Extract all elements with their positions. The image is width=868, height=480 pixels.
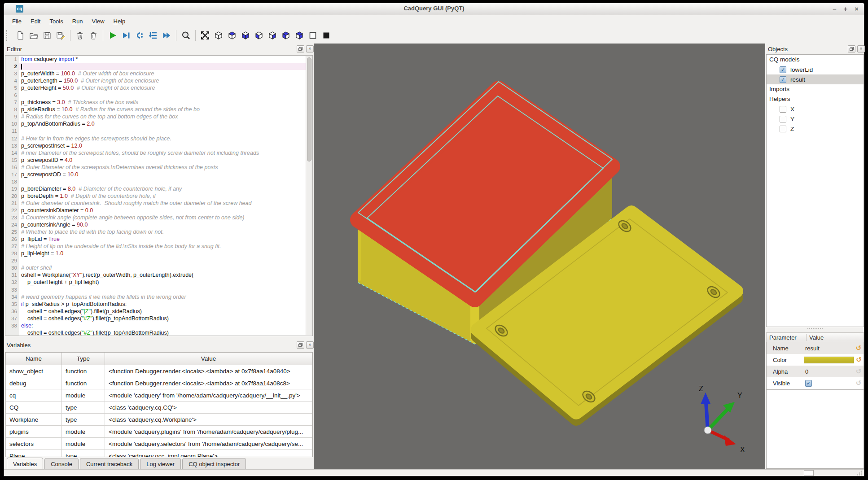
code-line[interactable]: 6: [5, 92, 312, 99]
search-icon[interactable]: [180, 30, 192, 41]
code-line[interactable]: 10p_topAndBottomRadius = 2.0: [5, 120, 312, 127]
tab-variables[interactable]: Variables: [7, 458, 43, 471]
view-iso-icon[interactable]: [213, 30, 224, 41]
tab-log-viewer[interactable]: Log viewer: [140, 458, 181, 471]
menu-run[interactable]: Run: [68, 16, 88, 26]
table-row[interactable]: debugfunction<function Debugger.render.<…: [6, 377, 312, 389]
new-file-icon[interactable]: [14, 30, 26, 41]
editor-scrollbar[interactable]: [306, 56, 312, 335]
view-top-icon[interactable]: [226, 30, 238, 41]
minimize-button[interactable]: –: [833, 4, 836, 14]
view-left-icon[interactable]: [280, 30, 292, 41]
column-header-value[interactable]: Value: [105, 353, 312, 365]
code-line[interactable]: 25# Whether to place the lid with the to…: [5, 228, 312, 236]
table-row[interactable]: show_objectfunction<function Debugger.re…: [6, 365, 312, 377]
view-right-icon[interactable]: [294, 30, 305, 41]
code-line[interactable]: 11: [5, 127, 312, 135]
tab-cq-object-inspector[interactable]: CQ object inspector: [182, 458, 246, 471]
table-row[interactable]: Workplanetype<class 'cadquery.cq.Workpla…: [6, 414, 312, 426]
float-icon[interactable]: [848, 45, 855, 52]
code-line[interactable]: oshell = oshell.edges("#Z").fillet(p_top…: [5, 329, 312, 336]
tab-current-traceback[interactable]: Current traceback: [80, 458, 139, 471]
code-line[interactable]: 1from cadquery import *: [5, 56, 312, 63]
save-icon[interactable]: [41, 30, 53, 41]
code-line[interactable]: 14# nner Diameter of the screwpost holes…: [5, 149, 312, 157]
code-line[interactable]: 15p_screwpostID = 4.0: [5, 157, 312, 164]
code-line[interactable]: 24p_countersinkAngle = 90.0: [5, 221, 312, 228]
code-line[interactable]: 3p_outerWidth = 100.0 # Outer width of b…: [5, 70, 312, 77]
menu-help[interactable]: Help: [109, 16, 130, 26]
code-line[interactable]: 8p_sideRadius = 10.0 # Radius for the cu…: [5, 106, 312, 113]
code-line[interactable]: 18: [5, 178, 312, 185]
code-line[interactable]: 32 p_outerHeight + p_lipHeight): [5, 279, 312, 286]
close-icon[interactable]: ×: [857, 45, 865, 52]
code-line[interactable]: 30# outer shell: [5, 264, 312, 271]
code-line[interactable]: 29: [5, 257, 312, 264]
splitter-handle[interactable]: [807, 328, 823, 332]
checkbox-result[interactable]: ✓: [780, 76, 786, 83]
float-icon[interactable]: [297, 45, 304, 52]
run-icon[interactable]: [107, 30, 118, 41]
visible-checkbox[interactable]: ✓: [805, 380, 812, 387]
maximize-button[interactable]: +: [843, 4, 847, 14]
toolbar-grip[interactable]: [6, 30, 9, 41]
viewport-3d[interactable]: Z Y X: [314, 44, 765, 471]
code-line[interactable]: 21# Outer diameter of countersink. Shoul…: [5, 200, 312, 207]
code-line[interactable]: 27# Height of lip on the underside of th…: [5, 243, 312, 250]
code-line[interactable]: 17p_screwpostOD = 10.0: [5, 171, 312, 178]
open-file-icon[interactable]: [28, 30, 39, 41]
menu-edit[interactable]: Edit: [26, 16, 45, 26]
undo-icon[interactable]: ↺: [854, 379, 864, 387]
code-line[interactable]: 7p_thickness = 3.0 # Thickness of the bo…: [5, 99, 312, 106]
menu-view[interactable]: View: [88, 16, 109, 26]
code-editor[interactable]: 1from cadquery import *23p_outerWidth = …: [5, 55, 313, 336]
float-icon[interactable]: [297, 341, 304, 349]
close-icon[interactable]: ×: [306, 45, 314, 52]
checkbox-z[interactable]: [780, 126, 786, 132]
close-icon[interactable]: ×: [306, 341, 314, 349]
undo-icon[interactable]: ↺: [854, 344, 864, 352]
column-header-type[interactable]: Type: [62, 353, 105, 365]
close-button[interactable]: ×: [855, 4, 859, 14]
checkbox-x[interactable]: [780, 106, 786, 113]
clear-icon[interactable]: [74, 30, 86, 41]
table-row[interactable]: CQtype<class 'cadquery.cq.CQ'>: [6, 401, 312, 414]
tree-item-z[interactable]: Z: [767, 124, 864, 134]
tree-item-x[interactable]: X: [767, 104, 864, 114]
code-line[interactable]: 22p_countersinkDiameter = 0.0: [5, 207, 312, 214]
save-as-icon[interactable]: [55, 30, 66, 41]
tree-group-imports[interactable]: Imports: [767, 84, 864, 94]
tree-group-cq-models[interactable]: CQ models: [767, 55, 864, 65]
menu-file[interactable]: File: [8, 16, 26, 26]
code-line[interactable]: 38else:: [5, 322, 312, 329]
editor-scrollbar-handle[interactable]: [307, 57, 311, 161]
tree-item-lowerlid[interactable]: ✓lowerLid: [767, 65, 864, 74]
continue-icon[interactable]: [161, 30, 172, 41]
delete-icon[interactable]: [88, 30, 99, 41]
view-back-icon[interactable]: [267, 30, 278, 41]
code-line[interactable]: 5p_outerHeight = 50.0 # Outer height of …: [5, 84, 312, 92]
code-line[interactable]: 37 oshell = oshell.edges("#Z").fillet(p_…: [5, 315, 312, 322]
code-line[interactable]: 16# Outer Diameter of the screwposts.\nD…: [5, 164, 312, 171]
code-line[interactable]: 19p_boreDiameter = 8.0 # Diameter of the…: [5, 185, 312, 192]
table-row[interactable]: pluginsmodule<module 'cadquery.plugins' …: [6, 426, 312, 438]
code-line[interactable]: 20p_boreDepth = 1.0 # Depth of the count…: [5, 192, 312, 200]
status-bar-button[interactable]: [804, 470, 814, 476]
table-row[interactable]: cqmodule<module 'cadquery' from '/home/a…: [6, 389, 312, 401]
shaded-view-icon[interactable]: [320, 30, 332, 41]
view-front-icon[interactable]: [253, 30, 265, 41]
code-line[interactable]: 31oshell = Workplane("XY").rect(p_outerW…: [5, 271, 312, 279]
column-header-name[interactable]: Name: [6, 353, 62, 365]
debug-icon[interactable]: [120, 30, 132, 41]
table-row[interactable]: selectorsmodule<module 'cadquery.selecto…: [6, 438, 312, 450]
code-line[interactable]: 2: [5, 63, 312, 70]
code-line[interactable]: 4p_outerLength = 150.0 # Outer length of…: [5, 77, 312, 84]
fit-view-icon[interactable]: [199, 30, 211, 41]
tree-item-y[interactable]: Y: [767, 114, 864, 124]
checkbox-lowerlid[interactable]: ✓: [780, 66, 786, 73]
code-line[interactable]: 13p_screwpostInset = 12.0: [5, 142, 312, 149]
undo-icon[interactable]: ↺: [854, 356, 864, 364]
resize-grip-icon[interactable]: [856, 470, 863, 476]
code-line[interactable]: 23# Countersink angle (complete angle be…: [5, 214, 312, 221]
code-line[interactable]: 12# How far in from the edges the screwp…: [5, 135, 312, 142]
